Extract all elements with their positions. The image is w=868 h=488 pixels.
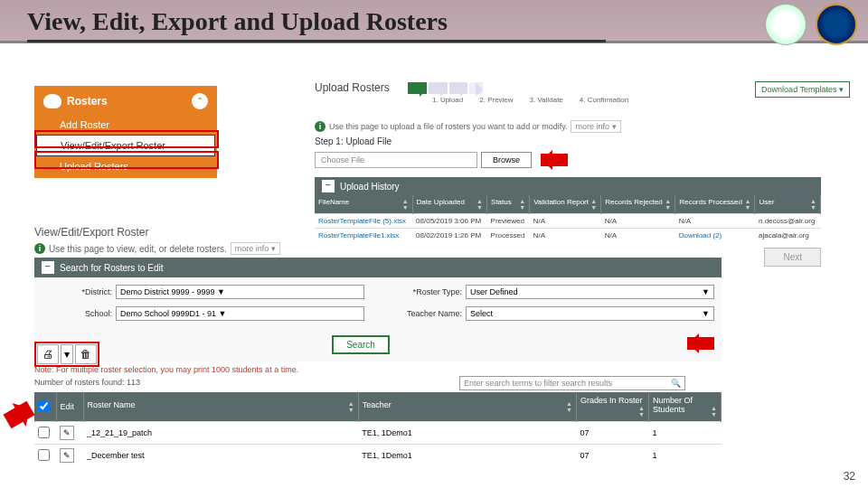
step-label-3: 3. Validate [530,96,563,104]
roster-icon [43,94,61,108]
col-status[interactable]: Status▲▼ [487,195,530,214]
highlight-box-1 [34,130,219,148]
toolbar-highlight: 🖨 ▾ 🗑 [34,342,99,367]
col-report[interactable]: Validation Report▲▼ [530,195,601,214]
rosters-menu: Rosters ˆ Add Roster View/Edit/Export Ro… [34,86,217,178]
logo-assessment [765,4,807,45]
upload-history-header: Upload History [340,182,400,192]
download-templates-button[interactable]: Download Templates ▾ [755,81,850,98]
collapse-icon[interactable]: − [322,180,335,192]
callout-arrow-search [687,337,714,350]
edit-icon[interactable]: ✎ [60,426,74,440]
roster-type-label: *Roster Type: [392,287,462,296]
next-button[interactable]: Next [764,248,821,267]
search-button[interactable]: Search [332,335,390,354]
district-label: *District: [42,287,112,296]
row-checkbox[interactable] [38,427,50,438]
roster-results-table: Edit Roster Name▲▼ Teacher▲▼ Grades In R… [34,392,722,466]
step-label-2: 2. Preview [479,96,513,104]
print-button[interactable]: 🖨 [37,344,59,364]
callout-arrow-browse [541,154,568,166]
district-select[interactable]: Demo District 9999 - 9999 ▼ [116,285,364,299]
more-info-link[interactable]: more info ▾ [231,242,280,255]
step-validate [449,82,468,94]
trash-icon: 🗑 [80,348,91,361]
step-label-4: 4. Confirmation [580,96,628,104]
step-1-label: Step 1: Upload File [315,136,821,146]
row-checkbox[interactable] [38,449,50,461]
history-row: RosterTemplateFile1.xlsx 08/02/2019 1:26… [315,229,821,243]
col-num-students[interactable]: Number Of Students▲▼ [649,392,722,422]
search-panel-header: Search for Rosters to Edit [60,263,164,273]
page-title: View, Edit, Export and Upload Rosters [27,7,448,36]
callout-arrow-edit [4,401,35,429]
results-count: Number of rosters found: 113 [34,378,140,387]
choose-file-input[interactable]: Choose File [315,152,477,168]
upload-info-text: Use this page to upload a file of roster… [329,122,567,131]
chevron-up-icon[interactable]: ˆ [192,93,208,109]
step-label-1: 1. Upload [432,96,463,104]
school-label: School: [42,309,112,318]
browse-button[interactable]: Browse [481,152,532,168]
teacher-label: Teacher Name: [392,309,462,318]
wizard-steps [408,82,483,94]
logo-seal [816,4,857,45]
history-row: RosterTemplateFile (5).xlsx 08/05/2019 3… [315,214,821,229]
col-filename[interactable]: FileName▲▼ [315,195,412,214]
edit-icon[interactable]: ✎ [60,448,74,463]
school-select[interactable]: Demo School 9999D1 - 91 ▼ [116,306,364,321]
filter-results-input[interactable]: Enter search terms to filter search resu… [459,376,685,390]
col-edit: Edit [56,392,83,422]
col-processed[interactable]: Records Processed▲▼ [675,195,755,214]
more-info-link[interactable]: more info ▾ [571,120,620,133]
upload-rosters-heading: Upload Rosters [315,81,390,94]
delete-button[interactable]: 🗑 [75,344,97,364]
upload-history-table: FileName▲▼ Date Uploaded▲▼ Status▲▼ Vali… [315,195,821,242]
view-edit-heading: View/Edit/Export Roster [34,226,280,239]
step-confirm [469,82,482,94]
info-icon: i [315,121,326,132]
step-upload [408,82,427,94]
table-row: ✎ _12_21_19_patch TE1, 1Demo1 07 1 [34,422,722,445]
page-number: 32 [844,470,855,483]
col-grades[interactable]: Grades In Roster▲▼ [577,392,649,422]
table-row: ✎ _December test TE1, 1Demo1 07 1 [34,445,722,467]
col-date[interactable]: Date Uploaded▲▼ [412,195,486,214]
teacher-select[interactable]: Select▼ [466,306,714,321]
menu-header-label: Rosters [67,95,108,108]
col-rejected[interactable]: Records Rejected▲▼ [601,195,675,214]
highlight-box-2 [34,151,219,169]
step-preview [429,82,448,94]
col-teacher[interactable]: Teacher▲▼ [358,392,576,422]
search-icon: 🔍 [671,379,681,388]
print-icon: 🖨 [42,348,53,361]
col-roster-name[interactable]: Roster Name▲▼ [83,392,358,422]
view-info-text: Use this page to view, edit, or delete r… [49,244,227,254]
col-user[interactable]: User▲▼ [755,195,821,214]
info-icon: i [34,243,45,254]
collapse-icon[interactable]: − [42,261,54,274]
note-text: Note: For multiple roster selection, you… [34,365,298,374]
roster-type-select[interactable]: User Defined▼ [466,285,714,299]
print-dropdown[interactable]: ▾ [61,344,73,364]
